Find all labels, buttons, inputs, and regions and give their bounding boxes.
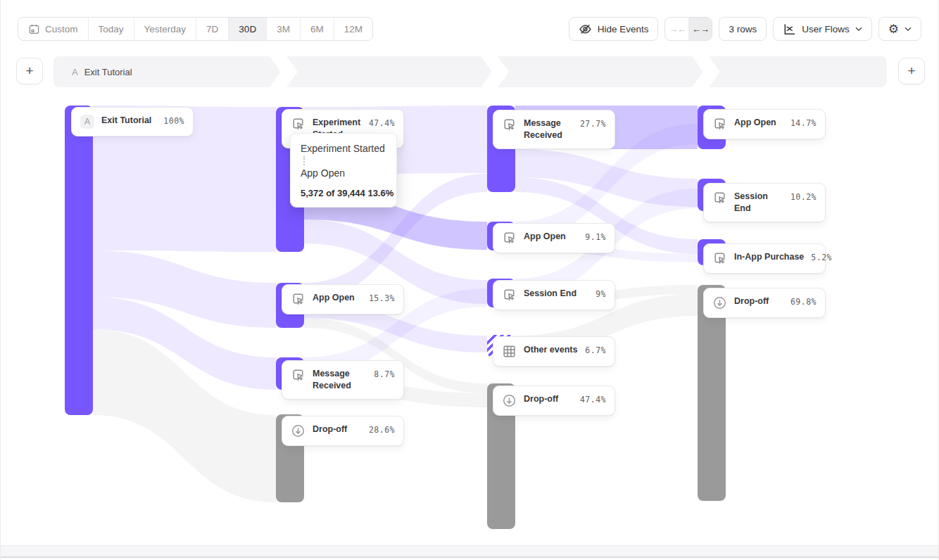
- node-card-app-open-4[interactable]: App Open 14.7%: [703, 109, 826, 139]
- event-click-icon: [291, 292, 305, 307]
- node-card-other-events-3[interactable]: Other events 6.7%: [493, 336, 615, 367]
- event-click-icon: [502, 117, 517, 132]
- dropoff-icon: [712, 295, 727, 310]
- node-card-exit-tutorial[interactable]: A Exit Tutorial 100%: [71, 107, 194, 136]
- node-card-session-end-3[interactable]: Session End 9%: [493, 280, 615, 310]
- tooltip-detail: 5,372 of 39,444 13.6%: [301, 188, 386, 198]
- node-card-session-end-4[interactable]: Session End 10.2%: [703, 183, 826, 222]
- flow-path-tooltip: Experiment Started App Open 5,372 of 39,…: [290, 133, 397, 208]
- grid-icon: [502, 344, 517, 359]
- event-click-icon: [502, 231, 517, 246]
- node-card-app-open-3[interactable]: App Open 9.1%: [493, 223, 615, 253]
- dropoff-icon: [291, 424, 305, 438]
- tooltip-target-event: App Open: [301, 167, 386, 179]
- event-click-icon: [502, 288, 517, 303]
- tooltip-source-event: Experiment Started: [301, 143, 386, 154]
- flow-ribbons[interactable]: [1, 0, 939, 560]
- event-click-icon: [712, 117, 727, 132]
- user-flows-report: Custom Today Yesterday 7D 30D 3M 6M 12M …: [0, 0, 939, 560]
- flow-bar-exit-tutorial[interactable]: [65, 106, 93, 415]
- step-a-chip: A: [80, 115, 94, 129]
- tooltip-connector: [303, 156, 305, 165]
- node-card-dropoff-3[interactable]: Drop-off 47.4%: [493, 386, 615, 416]
- event-click-icon: [291, 368, 305, 383]
- node-card-message-received-3[interactable]: Message Received 27.7%: [493, 110, 615, 149]
- event-click-icon: [712, 251, 727, 266]
- node-card-dropoff-4[interactable]: Drop-off 69.8%: [703, 288, 826, 318]
- footer-scrollbar-strip[interactable]: [1, 545, 938, 558]
- event-click-icon: [712, 191, 727, 205]
- event-click-icon: [291, 117, 305, 132]
- node-card-message-received-2[interactable]: Message Received 8.7%: [282, 360, 404, 400]
- node-card-in-app-purchase-4[interactable]: In-App Purchase 5.2%: [703, 243, 826, 274]
- node-card-dropoff-2[interactable]: Drop-off 28.6%: [282, 416, 404, 446]
- dropoff-icon: [502, 393, 517, 408]
- node-card-app-open-2[interactable]: App Open 15.3%: [282, 284, 404, 314]
